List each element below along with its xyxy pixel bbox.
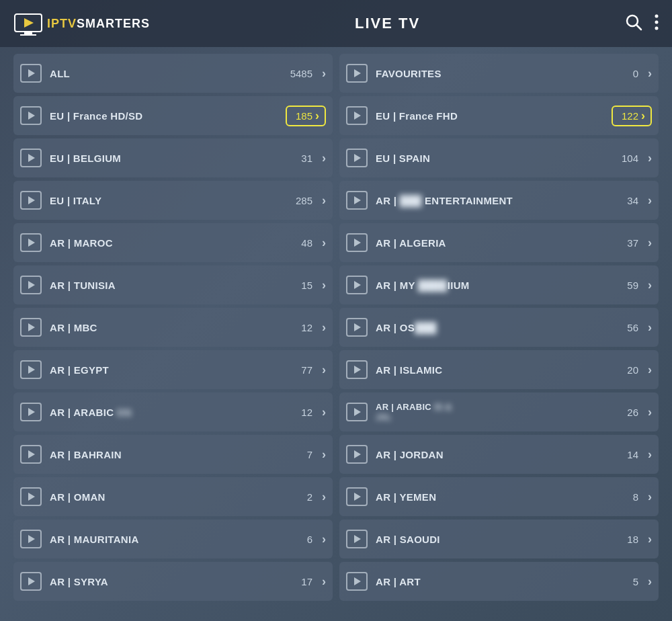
channel-count: 26 xyxy=(618,407,638,418)
play-icon xyxy=(346,403,368,421)
list-item[interactable]: AR | EGYPT 77 › xyxy=(13,350,333,389)
channel-name: AR | ARABIC IS &JAL xyxy=(376,402,618,422)
chevron-right-icon: › xyxy=(648,575,652,589)
list-item[interactable]: AR | YEMEN 8 › xyxy=(339,477,659,516)
header-icons xyxy=(625,13,659,34)
play-icon xyxy=(346,530,368,548)
list-item[interactable]: AR | ARABIC IS &JAL 26 › xyxy=(339,392,659,431)
list-item[interactable]: AR | BAHRAIN 7 › xyxy=(13,435,333,474)
channel-count: 185 xyxy=(292,110,312,122)
list-item[interactable]: AR | ███ ENTERTAINMENT 34 › xyxy=(339,181,659,220)
channel-name: AR | YEMEN xyxy=(376,491,618,503)
play-icon xyxy=(346,233,368,252)
list-item[interactable]: AR | ARABIC OS 12 › xyxy=(13,392,333,431)
more-options-button[interactable] xyxy=(655,14,659,33)
chevron-right-icon: › xyxy=(648,405,652,419)
svg-line-5 xyxy=(636,25,641,30)
play-icon xyxy=(20,360,42,379)
right-channel-column: FAVOURITES 0 › EU | France FHD 122 › EU … xyxy=(336,54,662,614)
chevron-right-icon: › xyxy=(648,448,652,462)
play-icon xyxy=(20,64,42,83)
channel-name: AR | ███ ENTERTAINMENT xyxy=(376,195,618,206)
count-chevron: 14 › xyxy=(618,448,652,462)
channel-count: 31 xyxy=(292,153,312,164)
channel-name: AR | ISLAMIC xyxy=(376,364,618,376)
list-item[interactable]: EU | France FHD 122 › xyxy=(339,96,659,135)
chevron-right-icon: › xyxy=(322,448,326,462)
play-icon xyxy=(20,191,42,210)
count-chevron: 8 › xyxy=(618,490,652,504)
list-item[interactable]: AR | OMAN 2 › xyxy=(13,477,333,516)
count-chevron: 77 › xyxy=(292,363,326,377)
list-item[interactable]: AR | ISLAMIC 20 › xyxy=(339,350,659,389)
list-item[interactable]: AR | ALGERIA 37 › xyxy=(339,223,659,262)
channel-name: AR | SYRYA xyxy=(50,576,292,587)
app-container: IPTVSMARTERS LIVE TV xyxy=(0,0,672,621)
chevron-right-icon: › xyxy=(322,67,326,81)
list-item[interactable]: EU | France HD/SD 185 › xyxy=(13,96,333,135)
svg-point-7 xyxy=(655,21,659,24)
channel-name: AR | OS███ xyxy=(376,322,618,333)
chevron-right-icon: › xyxy=(322,532,326,546)
channel-count: 104 xyxy=(618,153,638,164)
count-chevron: 18 › xyxy=(618,532,652,546)
count-chevron: 34 › xyxy=(618,194,652,208)
count-chevron: 5485 › xyxy=(290,67,326,81)
left-channel-column: ALL 5485 › EU | France HD/SD 185 › EU | … xyxy=(10,54,336,614)
channel-name: AR | MY ████IIUM xyxy=(376,280,618,291)
count-chevron: 59 › xyxy=(618,278,652,292)
count-chevron: 26 › xyxy=(618,405,652,419)
channel-count: 34 xyxy=(618,195,638,206)
search-button[interactable] xyxy=(625,13,642,34)
list-item[interactable]: EU | BELGIUM 31 › xyxy=(13,138,333,177)
play-icon xyxy=(346,149,368,167)
channel-count: 0 xyxy=(618,68,638,79)
channel-count: 12 xyxy=(292,407,312,418)
list-item[interactable]: AR | MAURITANIA 6 › xyxy=(13,520,333,558)
channel-name: AR | MAURITANIA xyxy=(50,534,292,545)
chevron-right-icon: › xyxy=(315,109,319,123)
count-chevron: 2 › xyxy=(292,490,326,504)
list-item[interactable]: FAVOURITES 0 › xyxy=(339,54,659,93)
chevron-right-icon: › xyxy=(648,67,652,81)
channel-name: EU | ITALY xyxy=(50,195,292,206)
channel-count: 5485 xyxy=(290,68,312,79)
channel-name: EU | SPAIN xyxy=(376,153,618,164)
count-chevron: 20 › xyxy=(618,363,652,377)
list-item[interactable]: ALL 5485 › xyxy=(13,54,333,93)
chevron-right-icon: › xyxy=(648,194,652,208)
chevron-right-icon: › xyxy=(648,151,652,165)
count-chevron: 56 › xyxy=(618,321,652,335)
list-item[interactable]: EU | SPAIN 104 › xyxy=(339,138,659,177)
svg-point-6 xyxy=(655,15,659,18)
play-icon xyxy=(346,445,368,464)
count-chevron-highlighted: 122 › xyxy=(612,106,652,126)
play-icon xyxy=(346,64,368,83)
channel-name: EU | France FHD xyxy=(376,110,612,122)
channel-name: AR | MBC xyxy=(50,322,292,333)
svg-rect-1 xyxy=(24,32,32,34)
chevron-right-icon: › xyxy=(322,490,326,504)
play-icon xyxy=(346,276,368,294)
count-chevron: 0 › xyxy=(618,67,652,81)
list-item[interactable]: AR | MBC 12 › xyxy=(13,308,333,347)
list-item[interactable]: AR | TUNISIA 15 › xyxy=(13,265,333,304)
channel-count: 20 xyxy=(618,364,638,376)
list-item[interactable]: AR | MAROC 48 › xyxy=(13,223,333,262)
list-item[interactable]: AR | SAOUDI 18 › xyxy=(339,520,659,558)
play-icon xyxy=(346,191,368,210)
list-item[interactable]: AR | JORDAN 14 › xyxy=(339,435,659,474)
count-chevron: 15 › xyxy=(292,278,326,292)
channel-count: 17 xyxy=(292,576,312,587)
list-item[interactable]: AR | SYRYA 17 › xyxy=(13,562,333,601)
channel-name: AR | OMAN xyxy=(50,491,292,503)
chevron-right-icon: › xyxy=(322,575,326,589)
list-item[interactable]: AR | ART 5 › xyxy=(339,562,659,601)
list-item[interactable]: AR | OS███ 56 › xyxy=(339,308,659,347)
chevron-right-icon: › xyxy=(322,405,326,419)
list-item[interactable]: AR | MY ████IIUM 59 › xyxy=(339,265,659,304)
list-item[interactable]: EU | ITALY 285 › xyxy=(13,181,333,220)
channel-name: AR | ART xyxy=(376,576,618,587)
channel-name: EU | France HD/SD xyxy=(50,110,286,122)
play-icon xyxy=(20,530,42,548)
